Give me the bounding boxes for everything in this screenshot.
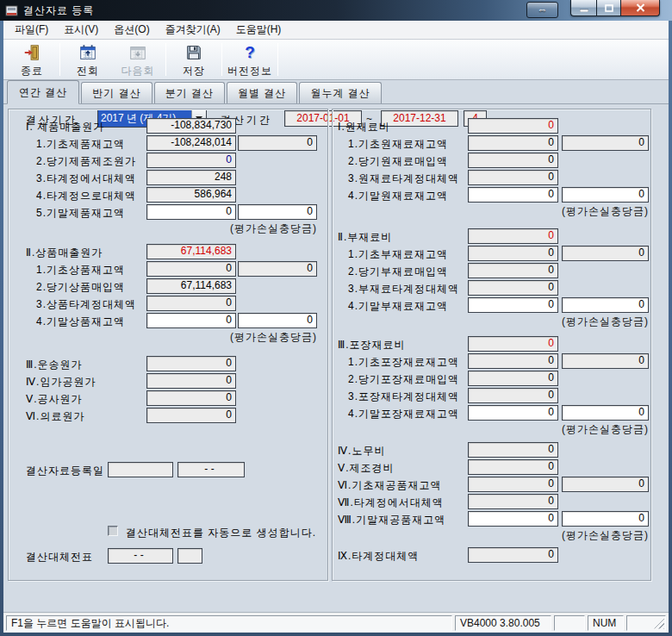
- menu-item-view[interactable]: 표시(V): [56, 21, 106, 39]
- allowance-field[interactable]: 0: [562, 187, 649, 203]
- field-row: Ⅵ.기초재공품재고액00: [333, 477, 650, 492]
- allowance-field[interactable]: 0: [562, 405, 649, 421]
- field-row: 2.당기원재료매입액0: [333, 153, 650, 168]
- allowance-field[interactable]: 0: [562, 297, 649, 313]
- amount-field[interactable]: 0: [468, 187, 558, 203]
- amount-field[interactable]: 0: [468, 297, 558, 313]
- toolbar-separator: [221, 43, 222, 76]
- amount-field: 0: [468, 135, 558, 151]
- next-session-button[interactable]: 다음회: [113, 40, 163, 79]
- close-button[interactable]: [620, 0, 660, 16]
- valuation-allowance-caption: (평가손실충당금): [9, 330, 327, 344]
- field-label: 2.당기제품제조원가: [36, 154, 136, 169]
- allowance-field: 0: [238, 261, 317, 277]
- status-bar: F1을 누르면 도움말이 표시됩니다. VB4000 3.80.005 NUM: [3, 612, 669, 633]
- field-label: Ⅰ.원재료비: [338, 120, 390, 134]
- menu-item-options[interactable]: 옵션(O): [106, 21, 157, 39]
- auto-voucher-checkbox[interactable]: [108, 526, 118, 536]
- cost-section: Ⅲ.포장재료비01.기초포장재료재고액002.당기포장재료매입액03.포장재타계…: [333, 336, 650, 436]
- amount-field: 0: [468, 228, 558, 244]
- field-row: 3.포장재타계정대체액0: [333, 388, 650, 403]
- menu-item-favorites[interactable]: 즐겨찾기(A): [158, 21, 228, 39]
- field-label: 5.기말제품재고액: [36, 206, 125, 221]
- amount-field: 0: [146, 356, 236, 371]
- amount-field: 67,114,683: [146, 278, 236, 294]
- field-row: Ⅲ.포장재료비0: [333, 336, 650, 352]
- minimize-button[interactable]: [570, 0, 596, 16]
- tab-annual-settlement[interactable]: 연간 결산: [7, 80, 79, 104]
- maximize-icon: [605, 4, 613, 12]
- allowance-field[interactable]: 0: [238, 313, 317, 328]
- field-label: 3.부재료타계정대체액: [348, 282, 459, 296]
- valuation-allowance-caption: (평가손실충당금): [9, 221, 327, 235]
- field-label: Ⅴ.공사원가: [26, 392, 83, 407]
- amount-field[interactable]: 0: [468, 511, 558, 527]
- resize-grip-icon[interactable]: [654, 619, 664, 629]
- amount-field[interactable]: 0: [146, 204, 236, 220]
- amount-field: 0: [468, 353, 558, 369]
- tab-quarter-settlement[interactable]: 분기 결산: [154, 82, 225, 103]
- field-label: Ⅶ.타계정에서대체액: [338, 496, 444, 510]
- voucher-row: 결산대체전표 - -: [9, 548, 327, 565]
- maximize-button[interactable]: [596, 0, 620, 16]
- amount-field: 0: [146, 261, 236, 277]
- amount-field: 67,114,683: [146, 244, 236, 259]
- amount-field: 0: [468, 477, 558, 492]
- tab-monthly-cumulative-settlement[interactable]: 월누계 결산: [299, 82, 381, 103]
- version-info-button[interactable]: ? 버전정보: [225, 40, 275, 79]
- field-row: 1.기초부재료재고액00: [333, 246, 650, 261]
- field-label: Ⅵ.기초재공품재고액: [338, 478, 441, 493]
- allowance-field[interactable]: 0: [562, 511, 649, 527]
- auto-voucher-label: 결산대체전표를 자동으로 생성합니다.: [126, 526, 316, 540]
- exit-button[interactable]: 종료: [7, 40, 57, 79]
- cost-section: Ⅱ.부재료비01.기초부재료재고액002.당기부재료매입액03.부재료타계정대체…: [333, 228, 650, 328]
- switch-window-button[interactable]: ⇔: [526, 2, 558, 18]
- amount-field: -108,834,730: [146, 118, 236, 134]
- toolbar-button-label: 종료: [21, 64, 43, 78]
- field-row: 2.당기포장재료매입액0: [333, 371, 650, 386]
- field-label: Ⅱ.부재료비: [338, 230, 392, 245]
- amount-field[interactable]: 0: [146, 313, 236, 328]
- app-icon: [5, 4, 18, 17]
- amount-field: 0: [146, 296, 236, 311]
- field-label: 1.기초포장재료재고액: [348, 355, 459, 370]
- allowance-field: 0: [562, 135, 649, 151]
- status-version: VB4000 3.80.005: [455, 615, 551, 631]
- field-label: 3.포장재타계정대체액: [348, 390, 459, 404]
- field-label: Ⅳ.임가공원가: [26, 375, 96, 390]
- field-row: Ⅱ.부재료비0: [333, 228, 650, 244]
- field-label: Ⅸ.타계정대체액: [338, 549, 419, 564]
- amount-field: 0: [468, 280, 558, 296]
- menu-item-file[interactable]: 파일(F): [7, 21, 56, 39]
- field-row: 1.기초제품재고액-108,248,0140: [9, 135, 327, 151]
- tab-half-year-settlement[interactable]: 반기 결산: [81, 82, 152, 103]
- status-help-text: F1을 누르면 도움말이 표시됩니다.: [6, 615, 452, 631]
- registration-date-mask-field: - -: [177, 462, 245, 477]
- amount-field[interactable]: 0: [468, 405, 558, 421]
- cost-section: Ⅰ.원재료비01.기초원재료재고액002.당기원재료매입액03.원재료타계정대체…: [333, 118, 650, 218]
- field-label: Ⅱ.상품매출원가: [26, 246, 103, 260]
- allowance-field[interactable]: 0: [238, 204, 317, 220]
- amount-field: 0: [468, 547, 558, 563]
- previous-session-button[interactable]: 전회: [63, 40, 113, 79]
- toolbar-button-label: 전회: [77, 64, 99, 78]
- field-row: 5.기말제품재고액00: [9, 204, 327, 220]
- field-label: Ⅴ.제조경비: [338, 461, 395, 476]
- field-row: Ⅵ.의료원가0: [9, 408, 327, 423]
- field-row: Ⅴ.제조경비0: [333, 459, 650, 475]
- amount-field: 0: [468, 442, 558, 458]
- title-bar: 결산자료 등록 ⇔: [0, 0, 672, 21]
- field-label: Ⅵ.의료원가: [26, 409, 84, 424]
- menu-bar: 파일(F) 표시(V) 옵션(O) 즐겨찾기(A) 도움말(H): [3, 21, 669, 40]
- field-row: Ⅶ.타계정에서대체액0: [333, 494, 650, 509]
- field-row: 1.기초포장재료재고액00: [333, 353, 650, 369]
- right-cost-groupbox: Ⅰ.원재료비01.기초원재료재고액002.당기원재료매입액03.원재료타계정대체…: [332, 109, 651, 581]
- amount-field: 0: [468, 336, 558, 352]
- tab-monthly-settlement[interactable]: 월별 결산: [227, 82, 297, 103]
- save-button[interactable]: 저장: [169, 40, 219, 79]
- cost-section: Ⅳ.노무비0Ⅴ.제조경비0Ⅵ.기초재공품재고액00Ⅶ.타계정에서대체액0Ⅷ.기말…: [333, 442, 650, 542]
- menu-item-help[interactable]: 도움말(H): [228, 21, 289, 39]
- valuation-allowance-caption: (평가손실충당금): [333, 528, 650, 542]
- field-row: 3.상품타계정대체액0: [9, 296, 327, 311]
- voucher-no-field: [177, 548, 202, 564]
